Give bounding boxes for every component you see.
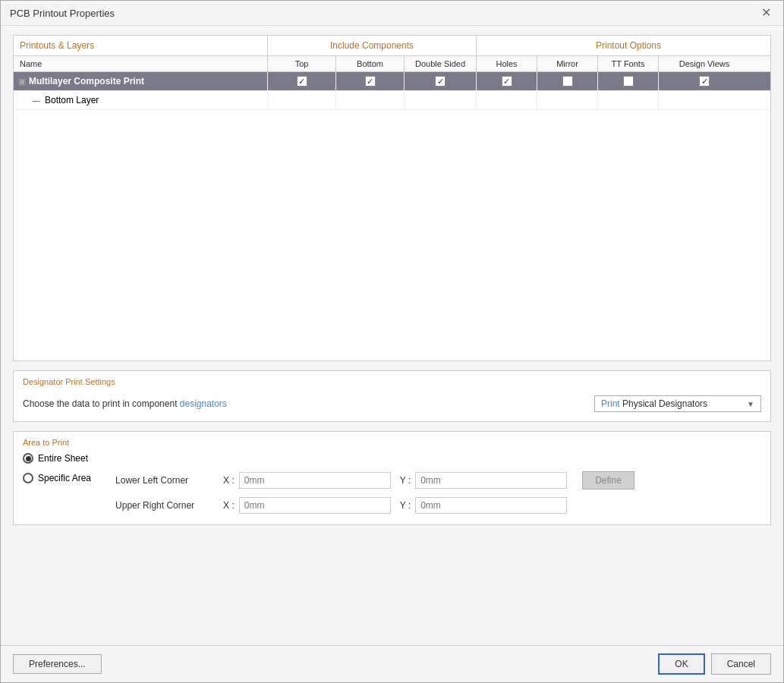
checkbox-double-sided[interactable] xyxy=(435,76,446,87)
th-bottom: Bottom xyxy=(336,56,405,71)
sub-row-name: Bottom Layer xyxy=(45,95,99,105)
sub-cell-double-sided xyxy=(405,91,477,109)
upper-right-label: Upper Right Corner xyxy=(115,500,214,511)
table-sub-headers: Name Top Bottom Double Sided Holes Mirro… xyxy=(14,56,770,72)
sub-cell-design-views xyxy=(659,91,750,109)
th-design-views: Design Views xyxy=(659,56,750,71)
dialog-footer: Preferences... OK Cancel xyxy=(1,645,783,682)
th-printout-options: Printout Options xyxy=(477,36,780,55)
cell-bottom[interactable] xyxy=(336,72,405,90)
lower-left-label: Lower Left Corner xyxy=(115,475,214,486)
area-section-title: Area to Print xyxy=(23,438,761,447)
dialog-title: PCB Printout Properties xyxy=(10,8,115,19)
th-double-sided: Double Sided xyxy=(405,56,477,71)
designator-section: Designator Print Settings Choose the dat… xyxy=(13,370,771,422)
upper-right-row: Upper Right Corner X : Y : xyxy=(115,497,634,514)
th-top: Top xyxy=(268,56,336,71)
sub-cell-mirror xyxy=(537,91,598,109)
upper-right-y-input[interactable] xyxy=(415,497,567,514)
cell-design-views[interactable] xyxy=(659,72,750,90)
cell-holes[interactable] xyxy=(477,72,537,90)
row-icon: ▣ xyxy=(18,77,26,87)
cell-tt-fonts[interactable] xyxy=(598,72,659,90)
th-tt-fonts: TT Fonts xyxy=(598,56,659,71)
sub-cell-name: — Bottom Layer xyxy=(14,91,268,109)
sub-cell-holes xyxy=(477,91,537,109)
checkbox-mirror[interactable] xyxy=(562,76,573,87)
sub-cell-bottom xyxy=(336,91,405,109)
specific-area-radio[interactable] xyxy=(23,473,33,483)
th-name: Name xyxy=(14,56,268,71)
lower-left-y-input[interactable] xyxy=(415,472,567,489)
cancel-button[interactable]: Cancel xyxy=(711,653,771,675)
upper-right-x-group: X : xyxy=(223,497,391,514)
checkbox-top[interactable] xyxy=(297,76,307,87)
area-section: Area to Print Entire Sheet Specific Area… xyxy=(13,431,771,525)
designator-section-title: Designator Print Settings xyxy=(23,377,761,386)
th-printouts-layers: Printouts & Layers xyxy=(14,36,268,55)
checkbox-tt-fonts[interactable] xyxy=(623,76,634,87)
footer-right-buttons: OK Cancel xyxy=(658,653,771,675)
table-row[interactable]: ▣ Multilayer Composite Print xyxy=(14,72,770,91)
th-include-components: Include Components xyxy=(268,36,477,55)
table-data-area: ▣ Multilayer Composite Print xyxy=(14,72,770,360)
designator-section-content: Choose the data to print in component de… xyxy=(23,392,761,415)
checkbox-holes[interactable] xyxy=(502,76,512,87)
th-holes: Holes xyxy=(477,56,537,71)
coord-inputs: Lower Left Corner X : Y : Define xyxy=(115,471,634,514)
designator-dropdown[interactable]: Print Physical Designators ▼ xyxy=(594,395,761,412)
lower-left-x-input[interactable] xyxy=(239,472,391,489)
specific-area-option[interactable]: Specific Area xyxy=(23,473,91,483)
title-bar: PCB Printout Properties ✕ xyxy=(1,1,783,26)
y-label-ll: Y : xyxy=(400,475,411,486)
cell-mirror[interactable] xyxy=(537,72,598,90)
lower-left-x-group: X : xyxy=(223,472,391,489)
close-button[interactable]: ✕ xyxy=(758,7,774,19)
x-label-ur: X : xyxy=(223,500,235,511)
row-name: Multilayer Composite Print xyxy=(29,76,144,87)
pcb-printout-dialog: PCB Printout Properties ✕ Printouts & La… xyxy=(0,0,784,683)
specific-area-label: Specific Area xyxy=(38,473,91,483)
ok-button[interactable]: OK xyxy=(658,653,704,675)
printout-table: Printouts & Layers Include Components Pr… xyxy=(13,35,771,361)
lower-left-y-group: Y : xyxy=(400,472,567,489)
table-top-headers: Printouts & Layers Include Components Pr… xyxy=(14,36,770,56)
sub-cell-tt-fonts xyxy=(598,91,659,109)
define-button[interactable]: Define xyxy=(582,471,634,489)
entire-sheet-label: Entire Sheet xyxy=(38,453,88,464)
dialog-body: Printouts & Layers Include Components Pr… xyxy=(1,26,783,645)
table-sub-row[interactable]: — Bottom Layer xyxy=(14,91,770,110)
designator-label: Choose the data to print in component de… xyxy=(23,398,227,409)
entire-sheet-option[interactable]: Entire Sheet xyxy=(23,453,761,464)
th-mirror: Mirror xyxy=(537,56,598,71)
upper-right-x-input[interactable] xyxy=(239,497,391,514)
cell-name: ▣ Multilayer Composite Print xyxy=(14,72,268,90)
chevron-down-icon: ▼ xyxy=(747,400,754,408)
entire-sheet-radio[interactable] xyxy=(23,453,33,464)
cell-double-sided[interactable] xyxy=(405,72,477,90)
checkbox-bottom[interactable] xyxy=(365,76,376,87)
x-label-ll: X : xyxy=(223,475,235,486)
y-label-ur: Y : xyxy=(400,500,411,511)
preferences-button[interactable]: Preferences... xyxy=(13,654,102,674)
checkbox-design-views[interactable] xyxy=(699,76,710,87)
specific-area-container: Specific Area Lower Left Corner X : Y : xyxy=(23,471,761,514)
lower-left-row: Lower Left Corner X : Y : Define xyxy=(115,471,634,489)
upper-right-y-group: Y : xyxy=(400,497,567,514)
cell-top[interactable] xyxy=(268,72,336,90)
dropdown-text: Print Physical Designators xyxy=(601,398,707,409)
sub-cell-top xyxy=(268,91,336,109)
